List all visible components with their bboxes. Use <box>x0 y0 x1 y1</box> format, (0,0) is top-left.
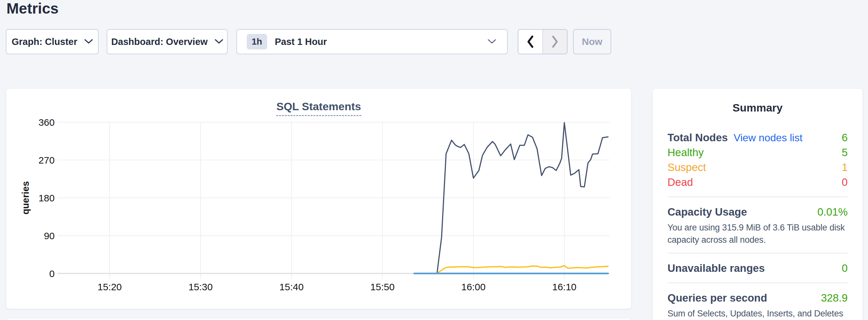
time-window-pager <box>518 29 567 54</box>
summary-title: Summary <box>668 101 848 114</box>
suspect-nodes-row: Suspect 1 <box>668 160 848 175</box>
next-chart-card <box>6 318 631 320</box>
view-nodes-list-link[interactable]: View nodes list <box>734 130 802 145</box>
unavailable-ranges-value: 0 <box>842 261 848 276</box>
now-button[interactable]: Now <box>573 29 611 54</box>
time-range-badge: 1h <box>247 34 267 50</box>
sql-statements-card: SQL Statements 09018027036015:2015:3015:… <box>6 88 631 309</box>
y-tick-label: 90 <box>44 230 55 241</box>
graph-dropdown-label: Graph: Cluster <box>12 36 77 47</box>
x-tick-label: 16:00 <box>461 282 486 292</box>
total-nodes-label: Total Nodes <box>668 130 727 145</box>
series-yellow-line <box>437 266 608 274</box>
unavailable-ranges-row: Unavailable ranges 0 <box>668 261 848 276</box>
chevron-left-icon <box>526 35 535 49</box>
queries-per-second-row: Queries per second 328.9 <box>668 291 848 306</box>
capacity-usage-label: Capacity Usage <box>668 204 747 220</box>
healthy-value: 5 <box>842 145 848 160</box>
prev-time-window-button[interactable] <box>518 30 542 54</box>
total-nodes-value: 6 <box>842 130 848 145</box>
divider <box>668 253 848 253</box>
x-tick-label: 15:30 <box>189 282 213 292</box>
divider <box>668 283 848 283</box>
total-nodes-row: Total Nodes View nodes list 6 <box>668 130 848 145</box>
healthy-nodes-row: Healthy 5 <box>668 145 848 160</box>
x-tick-label: 16:10 <box>552 282 576 292</box>
y-tick-label: 180 <box>38 193 55 203</box>
unavailable-ranges-label: Unavailable ranges <box>668 261 765 276</box>
summary-panel: Summary Total Nodes View nodes list 6 He… <box>652 88 863 320</box>
healthy-label: Healthy <box>668 145 704 160</box>
suspect-label: Suspect <box>668 160 706 175</box>
queries-per-second-value: 328.9 <box>821 291 848 306</box>
x-tick-label: 15:50 <box>370 282 395 292</box>
x-tick-label: 15:20 <box>97 282 122 292</box>
y-axis-title: queries <box>20 181 31 214</box>
y-tick-label: 270 <box>38 155 55 165</box>
chevron-down-icon <box>488 39 496 44</box>
queries-per-second-label: Queries per second <box>668 291 767 306</box>
x-tick-label: 15:40 <box>279 282 304 292</box>
divider <box>668 196 848 197</box>
chevron-down-icon <box>84 39 93 44</box>
graph-dropdown[interactable]: Graph: Cluster <box>6 29 99 54</box>
capacity-usage-row: Capacity Usage 0.01% <box>668 204 848 220</box>
capacity-usage-value: 0.01% <box>817 204 848 220</box>
page-title: Metrics <box>6 0 59 19</box>
chevron-down-icon <box>215 39 223 44</box>
dashboard-dropdown[interactable]: Dashboard: Overview <box>107 29 228 54</box>
sql-statements-chart: 09018027036015:2015:3015:4015:5016:0016:… <box>6 89 632 309</box>
suspect-value: 1 <box>842 160 848 175</box>
next-time-window-button[interactable] <box>542 30 567 54</box>
y-tick-label: 360 <box>38 117 55 128</box>
y-tick-label: 0 <box>49 268 55 279</box>
queries-per-second-description: Sum of Selects, Updates, Inserts, and De… <box>668 308 848 320</box>
dead-label: Dead <box>668 175 693 190</box>
dead-value: 0 <box>842 175 848 190</box>
dead-nodes-row: Dead 0 <box>668 175 848 190</box>
time-range-selector[interactable]: 1h Past 1 Hour <box>237 29 508 54</box>
time-range-label: Past 1 Hour <box>275 36 327 47</box>
dashboard-dropdown-label: Dashboard: Overview <box>111 36 208 47</box>
capacity-usage-description: You are using 315.9 MiB of 3.6 TiB usabl… <box>668 221 848 246</box>
chevron-right-icon <box>551 35 559 49</box>
